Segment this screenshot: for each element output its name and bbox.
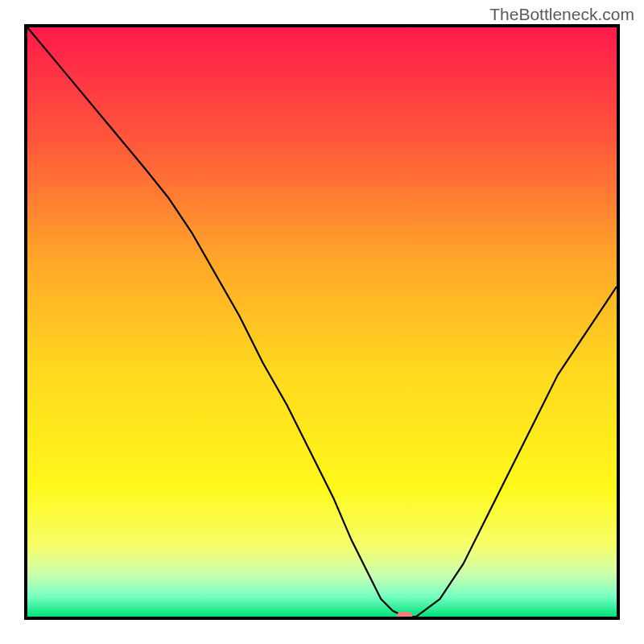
chart-container: TheBottleneck.com: [0, 0, 644, 644]
chart-background: [27, 27, 617, 617]
chart-svg: [24, 24, 620, 620]
bottleneck-chart: [24, 24, 620, 620]
watermark-text: TheBottleneck.com: [489, 5, 634, 24]
